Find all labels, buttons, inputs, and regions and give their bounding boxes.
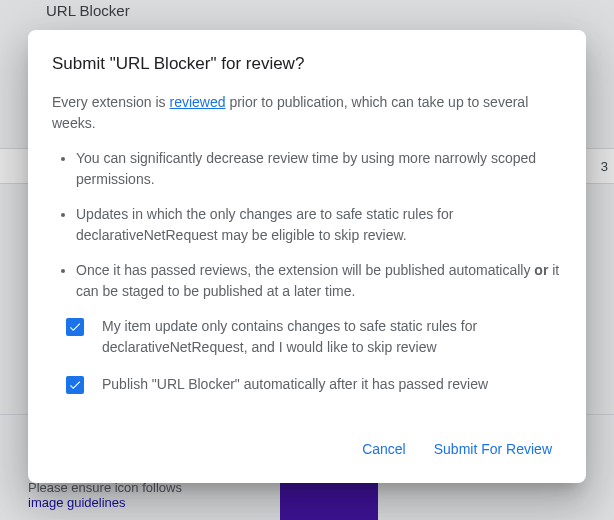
- dialog-bullet-list: You can significantly decrease review ti…: [52, 148, 562, 302]
- skip-review-checkbox-row: My item update only contains changes to …: [52, 316, 562, 358]
- bullet-item: Updates in which the only changes are to…: [76, 204, 562, 246]
- dialog-title: Submit "URL Blocker" for review?: [52, 54, 562, 74]
- intro-prefix: Every extension is: [52, 94, 170, 110]
- submit-for-review-button[interactable]: Submit For Review: [424, 433, 562, 465]
- auto-publish-checkbox-row: Publish "URL Blocker" automatically afte…: [52, 374, 562, 395]
- skip-review-label[interactable]: My item update only contains changes to …: [102, 316, 562, 358]
- auto-publish-checkbox[interactable]: [66, 376, 84, 394]
- check-icon: [68, 378, 82, 392]
- bullet-item: Once it has passed reviews, the extensio…: [76, 260, 562, 302]
- dialog-actions: Cancel Submit For Review: [52, 433, 562, 475]
- check-icon: [68, 320, 82, 334]
- dialog-intro: Every extension is reviewed prior to pub…: [52, 92, 562, 134]
- dialog-body: Every extension is reviewed prior to pub…: [52, 92, 562, 475]
- reviewed-link[interactable]: reviewed: [170, 94, 226, 110]
- bullet-item: You can significantly decrease review ti…: [76, 148, 562, 190]
- submit-review-dialog: Submit "URL Blocker" for review? Every e…: [28, 30, 586, 483]
- cancel-button[interactable]: Cancel: [352, 433, 416, 465]
- auto-publish-label[interactable]: Publish "URL Blocker" automatically afte…: [102, 374, 488, 395]
- skip-review-checkbox[interactable]: [66, 318, 84, 336]
